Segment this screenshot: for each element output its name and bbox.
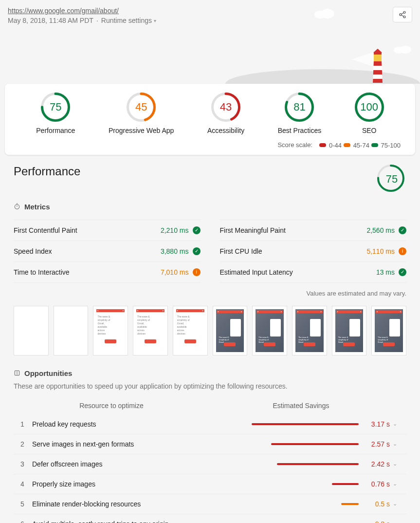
savings-bar — [332, 483, 359, 485]
metric-row[interactable]: Estimated Input Latency 13 ms ✓ — [220, 262, 407, 283]
decoration-hill — [225, 69, 420, 84]
score-scale-label: Score scale: — [277, 141, 312, 149]
metric-row[interactable]: First CPU Idle 5,110 ms i — [220, 241, 407, 262]
metric-name: First CPU Idle — [220, 247, 262, 255]
metrics-label: Metrics — [24, 203, 50, 211]
metric-row[interactable]: First Contentful Paint 2,210 ms ✓ — [14, 220, 201, 241]
cloud-icon — [393, 44, 412, 54]
metrics-note: Values are estimated and may vary. — [14, 290, 406, 297]
filmstrip: ■■The ease &simplicity ofGmail,available… — [14, 306, 406, 355]
opportunities-table-header: Resource to optimize Estimated Savings — [14, 397, 406, 414]
timestamp: May 8, 2018, 11:48 AM PDT — [8, 17, 93, 24]
opportunities-label: Opportunities — [24, 369, 72, 377]
opportunity-index: 4 — [20, 480, 32, 488]
scores-card: 75 Performance 45 Progressive Web App 43… — [5, 84, 415, 155]
info-circle-icon: i — [193, 268, 201, 276]
opportunity-name: Properly size images — [32, 480, 199, 488]
report-header: https://www.google.com/gmail/about/ May … — [0, 0, 420, 84]
scale-range-orange: 45-74 — [344, 142, 369, 149]
savings-bar — [271, 443, 359, 445]
filmstrip-frame — [54, 306, 89, 355]
svg-point-1 — [400, 14, 402, 16]
metric-row[interactable]: First Meaningful Paint 2,560 ms ✓ — [220, 220, 407, 241]
scale-range-green: 75-100 — [371, 142, 401, 149]
metric-value: 13 ms ✓ — [376, 268, 406, 276]
opportunity-row[interactable]: 3 Defer offscreen images 2.42 s ⌄ — [14, 454, 406, 474]
savings-bar — [252, 423, 359, 425]
check-circle-icon: ✓ — [399, 268, 406, 276]
svg-point-2 — [403, 16, 405, 18]
share-button[interactable] — [393, 7, 412, 22]
opportunity-row[interactable]: 2 Serve images in next-gen formats 2.57 … — [14, 434, 406, 454]
metric-value: 3,880 ms ✓ — [161, 247, 201, 255]
svg-line-4 — [402, 13, 404, 14]
metric-value: 2,560 ms ✓ — [366, 226, 406, 234]
chevron-down-icon: ⌄ — [390, 441, 400, 447]
gauge-label: Accessibility — [207, 127, 244, 134]
opportunity-index: 2 — [20, 440, 32, 448]
metric-name: Estimated Input Latency — [220, 268, 293, 276]
gauge-seo[interactable]: 100 SEO — [355, 93, 384, 134]
lighthouse-icon — [352, 35, 391, 84]
score-scale: Score scale: 0-44 45-74 75-100 — [10, 134, 410, 149]
performance-section: Performance 75 Metrics First Contentful … — [0, 155, 420, 523]
gauge-accessibility[interactable]: 43 Accessibility — [207, 93, 244, 134]
filmstrip-frame: ■■The ease &simplicity ofGmail — [371, 306, 406, 355]
opportunity-row[interactable]: 5 Eliminate render-blocking resources 0.… — [14, 494, 406, 514]
report-meta: May 8, 2018, 11:48 AM PDT · Runtime sett… — [8, 17, 412, 24]
svg-marker-12 — [373, 49, 382, 53]
opportunity-row[interactable]: 4 Properly size images 0.76 s ⌄ — [14, 474, 406, 494]
savings-value: 2.57 s — [363, 440, 390, 448]
check-circle-icon: ✓ — [193, 247, 201, 255]
filmstrip-frame — [14, 306, 49, 355]
chevron-down-icon: ⌄ — [390, 461, 400, 467]
check-circle-icon: ✓ — [193, 226, 201, 234]
metric-row[interactable]: Time to Interactive 7,010 ms i — [14, 262, 201, 283]
chevron-down-icon: ⌄ — [390, 521, 400, 523]
svg-point-8 — [400, 46, 411, 54]
opportunity-name: Defer offscreen images — [32, 460, 199, 468]
performance-gauge: 75 — [377, 165, 406, 194]
opportunity-name: Eliminate render-blocking resources — [32, 500, 199, 508]
gauge-label: Best Practices — [278, 127, 321, 134]
chevron-down-icon: ⌄ — [390, 481, 400, 487]
opportunity-index: 6 — [20, 520, 32, 523]
svg-rect-10 — [374, 55, 382, 61]
filmstrip-frame: ■■The ease &simplicity ofGmail — [213, 306, 248, 355]
metric-name: First Contentful Paint — [14, 226, 77, 234]
svg-point-0 — [403, 11, 405, 13]
chevron-down-icon: ▾ — [154, 18, 156, 23]
chevron-down-icon: ⌄ — [390, 421, 400, 427]
runtime-label: Runtime settings — [101, 17, 152, 24]
opportunity-row[interactable]: 6 Avoid multiple, costly round trips to … — [14, 514, 406, 523]
col-resource: Resource to optimize — [20, 402, 202, 410]
filmstrip-frame: ■■The ease &simplicity ofGmail — [252, 306, 287, 355]
gauge-progressive web app[interactable]: 45 Progressive Web App — [109, 93, 174, 134]
opportunity-name: Avoid multiple, costly round trips to an… — [32, 520, 199, 523]
svg-line-3 — [402, 15, 404, 17]
tested-url[interactable]: https://www.google.com/gmail/about/ — [8, 7, 412, 15]
gauge-label: SEO — [362, 127, 377, 134]
savings-bar — [277, 463, 359, 465]
gauge-label: Performance — [36, 127, 75, 134]
opportunity-row[interactable]: 1 Preload key requests 3.17 s ⌄ — [14, 414, 406, 434]
check-circle-icon: ✓ — [399, 226, 406, 234]
info-circle-icon: i — [399, 247, 406, 255]
metric-value: 2,210 ms ✓ — [161, 226, 201, 234]
opportunities-description: These are opportunities to speed up your… — [14, 382, 406, 390]
filmstrip-frame: ■■The ease &simplicity ofGmail,available… — [93, 306, 128, 355]
metric-name: Time to Interactive — [14, 268, 70, 276]
metrics-heading: Metrics — [14, 203, 406, 211]
opportunity-index: 5 — [20, 500, 32, 508]
runtime-settings-toggle[interactable]: Runtime settings ▾ — [101, 17, 156, 24]
metric-row[interactable]: Speed Index 3,880 ms ✓ — [14, 241, 201, 262]
scale-range-red: 0-44 — [319, 142, 342, 149]
savings-value: 0.3 s — [363, 520, 390, 523]
metric-value: 5,110 ms i — [366, 247, 406, 255]
gauge-best practices[interactable]: 81 Best Practices — [278, 93, 321, 134]
share-icon — [399, 11, 406, 19]
gauge-performance[interactable]: 75 Performance — [36, 93, 75, 134]
svg-point-6 — [321, 9, 334, 19]
savings-value: 0.76 s — [363, 480, 390, 488]
cloud-icon — [313, 7, 337, 19]
